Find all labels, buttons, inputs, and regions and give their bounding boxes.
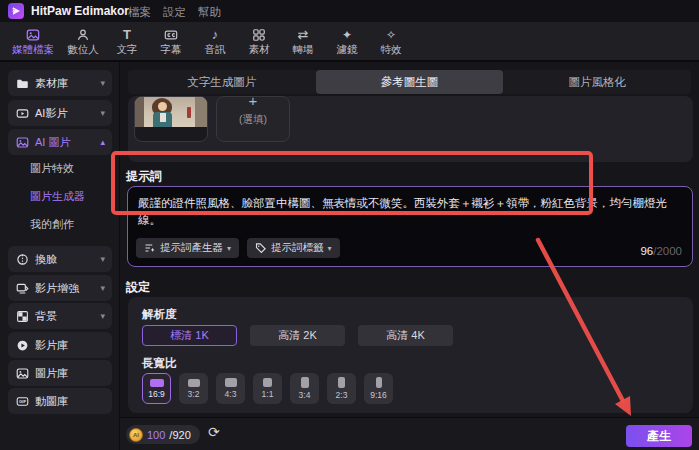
aspect-option-3-4[interactable]: 3:4 (290, 373, 319, 404)
sidebar-item-label: 動圖庫 (35, 394, 105, 409)
sidebar-subitem-image-effects[interactable]: 圖片特效 (30, 158, 74, 178)
aspect-ratio-options: 16:9 3:2 4:3 1:1 3:4 2:3 (142, 373, 393, 404)
resolution-option-1k[interactable]: 標清 1K (142, 325, 237, 346)
toolbar-label: 濾鏡 (337, 44, 358, 55)
sidebar-item-ai-image[interactable]: AI 圖片 ▴ (8, 129, 112, 155)
aspect-option-3-2[interactable]: 3:2 (179, 373, 208, 404)
sidebar-item-ai-video[interactable]: AI影片 ▾ (8, 100, 112, 126)
aspect-option-label: 2:3 (336, 391, 348, 400)
sidebar-item-label: 背景 (35, 309, 94, 324)
toolbar-label: 轉場 (293, 44, 314, 55)
tab-image-stylize[interactable]: 圖片風格化 (503, 70, 691, 94)
effects-icon: ✧ (386, 27, 396, 42)
filters-icon: ✦ (342, 27, 352, 42)
menu-settings[interactable]: 設定 (163, 5, 186, 20)
text-icon: T (123, 27, 131, 42)
tab-reference-image[interactable]: 參考圖生圖 (316, 70, 504, 94)
list-sparkle-icon (144, 242, 156, 254)
app-title: HitPaw Edimakor (31, 4, 129, 18)
toolbar-item-filters[interactable]: ✦ 濾鏡 (326, 23, 368, 59)
tab-label: 圖片風格化 (568, 75, 626, 90)
toolbar-item-audio[interactable]: ♪ 音訊 (194, 23, 236, 59)
ratio-shape-icon (188, 379, 200, 387)
resolution-option-4k[interactable]: 高清 4K (358, 325, 453, 346)
ratio-shape-icon (376, 377, 382, 388)
uploaded-photo-preview (135, 97, 207, 127)
plus-icon: + (249, 96, 258, 107)
ratio-shape-icon (150, 379, 164, 387)
image-library-icon (15, 366, 29, 380)
app-logo-icon (8, 3, 24, 19)
media-files-icon (26, 27, 40, 42)
sidebar-subitem-my-creations[interactable]: 我的創作 (30, 214, 74, 234)
toolbar-label: 媒體檔案 (12, 44, 54, 55)
toolbar-item-media-files[interactable]: 媒體檔案 (6, 23, 60, 59)
sidebar-item-face-swap[interactable]: 換臉 ▾ (8, 246, 112, 272)
chevron-down-icon: ▾ (100, 311, 105, 321)
menu-file[interactable]: 檔案 (128, 5, 151, 20)
ratio-shape-icon (263, 378, 272, 387)
toolbar-item-transitions[interactable]: ⇄ 轉場 (282, 23, 324, 59)
aspect-option-label: 9:16 (370, 391, 387, 400)
sidebar-item-material-library[interactable]: 素材庫 ▾ (8, 70, 112, 96)
prompt-textarea[interactable]: 嚴謹的證件照風格、臉部置中構圖、無表情或不微笑。西裝外套＋襯衫＋領帶，粉紅色背景… (127, 186, 693, 267)
sidebar-item-image-library[interactable]: 圖片庫 (8, 360, 112, 386)
settings-section-title: 設定 (126, 279, 150, 296)
audio-icon: ♪ (212, 27, 219, 42)
toolbar-item-digital-human[interactable]: 數位人 (62, 23, 104, 59)
reference-upload-panel: + (選填) (128, 96, 693, 162)
ai-video-icon (15, 106, 29, 120)
aspect-option-9-16[interactable]: 9:16 (364, 373, 393, 404)
character-counter: 96/2000 (640, 245, 682, 257)
sidebar-subitem-image-generator[interactable]: 圖片生成器 (30, 186, 85, 206)
sidebar-item-background[interactable]: 背景 ▾ (8, 303, 112, 329)
sidebar-item-label: AI 圖片 (35, 135, 94, 150)
sidebar-item-label: 影片庫 (35, 338, 105, 353)
aspect-option-16-9[interactable]: 16:9 (142, 373, 171, 404)
video-enhance-icon (15, 281, 29, 295)
gif-icon: GIF (15, 394, 29, 408)
resolution-option-2k[interactable]: 高清 2K (250, 325, 345, 346)
sidebar-item-video-enhance[interactable]: 影片增強 ▾ (8, 275, 112, 301)
optional-label: (選填) (239, 113, 267, 127)
credits-used: 100 (147, 429, 165, 441)
sidebar-subitem-label: 我的創作 (30, 217, 74, 232)
tab-text-to-image[interactable]: 文字生成圖片 (128, 70, 316, 94)
reference-photo-thumbnail[interactable] (134, 96, 208, 142)
resolution-option-label: 高清 4K (386, 328, 425, 343)
chevron-down-icon: ▾ (328, 244, 332, 253)
prompt-toolbar: 提示詞產生器 ▾ 提示詞標籤 ▾ (136, 238, 340, 258)
credits-pill: AI 100/920 (126, 425, 200, 444)
aspect-option-4-3[interactable]: 4:3 (216, 373, 245, 404)
aspect-option-label: 4:3 (225, 390, 237, 399)
aspect-option-1-1[interactable]: 1:1 (253, 373, 282, 404)
toolbar-item-text[interactable]: T 文字 (106, 23, 148, 59)
sidebar: 素材庫 ▾ AI影片 ▾ AI 圖片 ▴ 圖片特效 (0, 62, 120, 450)
sidebar-item-label: 換臉 (35, 252, 94, 267)
refresh-icon[interactable]: ⟳ (208, 424, 220, 440)
ratio-shape-icon (301, 377, 309, 388)
toolbar-label: 素材 (249, 44, 270, 55)
sidebar-item-video-library[interactable]: 影片庫 (8, 332, 112, 358)
toolbar-item-stickers[interactable]: 素材 (238, 23, 280, 59)
ratio-shape-icon (225, 378, 237, 387)
sidebar-item-gif-library[interactable]: GIF 動圖庫 (8, 388, 112, 414)
toolbar-item-effects[interactable]: ✧ 特效 (370, 23, 412, 59)
resolution-label: 解析度 (142, 307, 177, 322)
menu-help[interactable]: 幫助 (198, 5, 221, 20)
toolbar-item-subtitles[interactable]: 字幕 (150, 23, 192, 59)
generate-button[interactable]: 產生 (626, 425, 692, 447)
app-window: HitPaw Edimakor 檔案 設定 幫助 媒體檔案 數位人 (0, 0, 699, 450)
sidebar-item-label: AI影片 (35, 106, 94, 121)
aspect-option-label: 16:9 (148, 390, 165, 399)
sidebar-item-label: 影片增強 (35, 281, 94, 296)
add-optional-image-button[interactable]: + (選填) (216, 96, 290, 142)
chevron-down-icon: ▾ (100, 283, 105, 293)
prompt-generator-dropdown[interactable]: 提示詞產生器 ▾ (136, 238, 239, 258)
background-checker-icon (15, 309, 29, 323)
aspect-ratio-label: 長寬比 (142, 356, 177, 371)
prompt-tags-dropdown[interactable]: 提示詞標籤 ▾ (247, 238, 340, 258)
aspect-option-2-3[interactable]: 2:3 (327, 373, 356, 404)
prompt-generator-label: 提示詞產生器 (160, 241, 223, 255)
chevron-down-icon: ▾ (100, 78, 105, 88)
